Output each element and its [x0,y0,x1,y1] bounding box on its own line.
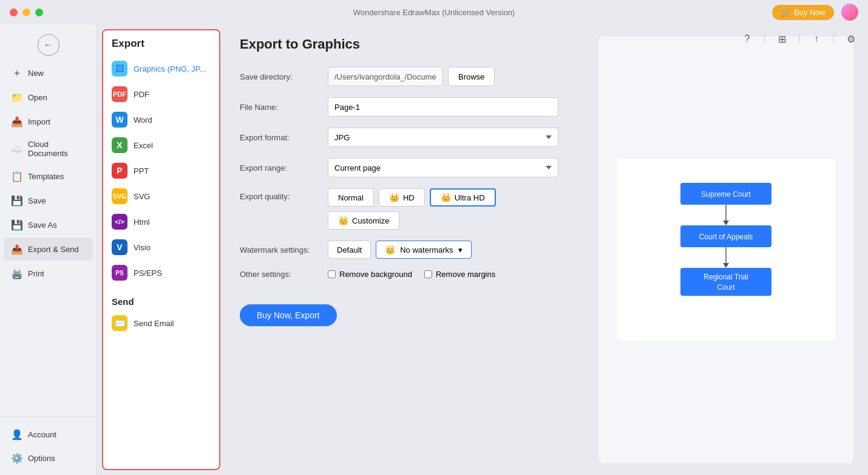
export-panel-title: Export [103,38,219,56]
divider [764,34,765,44]
export-form: Export to Graphics Save directory: Brows… [240,36,584,463]
remove-background-item[interactable]: Remove background [328,270,412,279]
quality-options: Normal 👑 HD 👑 Ultra HD [328,188,496,230]
sidebar-item-cloud[interactable]: ☁️ Cloud Documents [4,134,93,163]
share-icon[interactable]: ↑ [809,32,824,46]
watermark-crown-icon: 👑 [385,245,395,255]
sidebar-label-options: Options [28,454,55,463]
save-directory-input[interactable] [328,67,443,86]
export-label-excel: Excel [134,141,153,150]
other-settings-checkboxes: Remove background Remove margins [328,270,495,279]
watermark-option-button[interactable]: 👑 No watermarks ▾ [376,241,471,259]
titlebar: Wondershare EdrawMax (Unlicensed Version… [0,0,868,24]
sidebar-label-print: Print [28,269,44,278]
export-item-excel[interactable]: X Excel [103,132,219,158]
pdf-icon: PDF [112,86,127,102]
sidebar-label-export: Export & Send [28,245,79,254]
sidebar-item-print[interactable]: 🖨️ Print [4,262,93,285]
remove-margins-checkbox[interactable] [424,270,432,278]
account-icon: 👤 [11,428,23,440]
save-icon: 💾 [11,194,23,207]
export-label-html: Html [134,217,150,227]
sidebar-item-export[interactable]: 📤 Export & Send [4,237,93,261]
help-icon[interactable]: ? [740,32,754,46]
sidebar-item-open[interactable]: 📁 Open [4,86,93,109]
buy-now-button[interactable]: 🛒 Buy Now [772,5,834,20]
sidebar-item-new[interactable]: ＋ New [4,61,93,84]
export-format-select[interactable]: JPG PNG BMP GIF TIFF [328,128,558,147]
export-label-word: Word [134,115,152,125]
svg-text:Court of Appeals: Court of Appeals [699,233,753,241]
watermark-label: Watermark settings: [240,245,328,255]
export-panel: Export 🖼 Graphics (PNG, JP... PDF PDF W … [102,29,220,470]
export-label-pdf: PDF [134,90,149,99]
sidebar-item-save[interactable]: 💾 Save [4,189,93,212]
export-item-graphics[interactable]: 🖼 Graphics (PNG, JP... [103,56,219,81]
export-quality-row: Export quality: Normal 👑 HD 👑 [240,188,584,230]
sidebar-item-saveas[interactable]: 💾 Save As [4,213,93,236]
customize-button[interactable]: 👑 Customize [328,211,399,230]
quality-hd-label: HD [403,193,415,202]
sidebar-label-new: New [28,69,44,78]
quality-buttons: Normal 👑 HD 👑 Ultra HD [328,188,496,207]
export-label-graphics: Graphics (PNG, JP... [134,64,206,73]
other-settings-row: Other settings: Remove background Remove… [240,270,584,279]
templates-icon: 📋 [11,170,23,182]
sidebar-item-account[interactable]: 👤 Account [4,423,93,446]
remove-background-checkbox[interactable] [328,270,336,278]
export-range-label: Export range: [240,163,328,173]
cloud-icon: ☁️ [11,143,23,155]
quality-ultrahd-button[interactable]: 👑 Ultra HD [430,188,496,207]
sidebar-label-cloud: Cloud Documents [28,140,86,158]
quality-normal-button[interactable]: Normal [328,188,374,207]
file-name-input[interactable] [328,97,558,117]
export-item-pseps[interactable]: PS PS/EPS [103,260,219,285]
export-item-ppt[interactable]: P PPT [103,158,219,183]
minimize-dot[interactable] [22,9,30,16]
other-settings-label: Other settings: [240,270,328,279]
save-directory-label: Save directory: [240,72,328,81]
email-icon: ✉️ [112,315,127,331]
export-item-email[interactable]: ✉️ Send Email [103,310,219,336]
html-icon: </> [112,214,127,230]
options-icon: ⚙️ [11,452,23,464]
close-dot[interactable] [10,9,18,16]
watermark-chevron-icon: ▾ [458,245,463,255]
excel-icon: X [112,137,127,153]
browse-button[interactable]: Browse [448,67,495,86]
sidebar-label-templates: Templates [28,172,64,181]
export-range-select[interactable]: Current page All pages Selected objects [328,158,558,177]
sidebar-item-templates[interactable]: 📋 Templates [4,165,93,188]
graphics-icon: 🖼 [112,61,127,77]
print-icon: 🖨️ [11,267,23,279]
watermark-row: Watermark settings: Default 👑 No waterma… [240,241,584,259]
hd-crown-icon: 👑 [389,193,399,202]
maximize-dot[interactable] [35,9,43,16]
export-item-visio[interactable]: V Visio [103,234,219,260]
export-item-pdf[interactable]: PDF PDF [103,81,219,107]
import-icon: 📥 [11,115,23,128]
quality-hd-button[interactable]: 👑 HD [379,188,425,207]
file-name-label: File Name: [240,103,328,112]
sidebar-label-open: Open [28,93,47,102]
new-icon: ＋ [11,67,23,79]
export-item-word[interactable]: W Word [103,107,219,132]
export-item-html[interactable]: </> Html [103,209,219,234]
sidebar-item-options[interactable]: ⚙️ Options [4,446,93,470]
sidebar-item-import[interactable]: 📥 Import [4,110,93,133]
titlebar-right: 🛒 Buy Now [772,4,858,21]
remove-margins-item[interactable]: Remove margins [424,270,495,279]
settings-icon[interactable]: ⚙ [844,32,858,46]
buy-export-button[interactable]: Buy Now, Export [240,304,337,326]
export-item-svg[interactable]: SVG SVG [103,183,219,209]
window-title: Wondershare EdrawMax (Unlicensed Version… [353,8,515,17]
back-button[interactable]: ← [38,34,59,56]
sidebar-label-import: Import [28,117,50,126]
community-icon[interactable]: ⊞ [775,32,789,46]
svg-text:Supreme Court: Supreme Court [701,190,751,199]
watermark-default-button[interactable]: Default [328,241,371,259]
avatar[interactable] [841,4,858,21]
sidebar-label-saveas: Save As [28,220,57,230]
customize-label: Customize [352,216,389,225]
export-label-ppt: PPT [134,166,149,176]
